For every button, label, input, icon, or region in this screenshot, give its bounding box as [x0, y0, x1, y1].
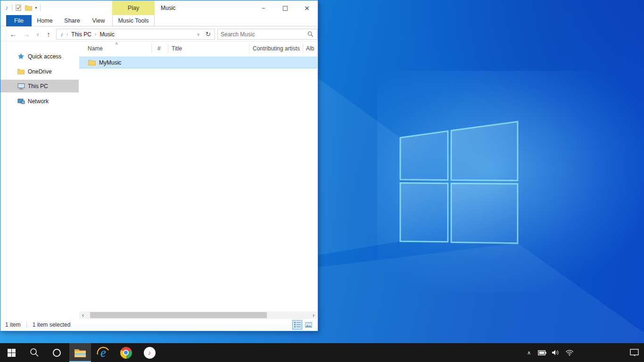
sidebar-item-label: Quick access: [28, 53, 61, 60]
this-pc-monitor-icon: [17, 83, 25, 90]
details-view-button[interactable]: [292, 320, 302, 329]
tab-share[interactable]: Share: [59, 15, 85, 26]
sidebar-item-network[interactable]: Network: [0, 95, 79, 107]
volume-icon[interactable]: [549, 343, 562, 362]
column-divider[interactable]: [151, 43, 152, 53]
quick-access-toolbar: ♪ ▾: [5, 0, 41, 15]
separator: [40, 5, 41, 11]
customize-qat-dropdown-icon[interactable]: ▾: [35, 6, 37, 10]
horizontal-scrollbar[interactable]: ‹ ›: [79, 312, 317, 319]
network-icon: [17, 98, 25, 105]
column-header-title[interactable]: Title: [172, 41, 182, 55]
column-header-contributing-artists[interactable]: Contributing artists: [253, 41, 300, 55]
column-divider[interactable]: [249, 43, 249, 53]
column-divider[interactable]: [168, 43, 168, 53]
battery-icon[interactable]: [536, 343, 549, 362]
start-button[interactable]: [2, 343, 21, 362]
sort-ascending-icon: ∧: [115, 41, 118, 46]
address-bar[interactable]: ♪ › This PC › Music ∨ ↻: [56, 29, 215, 40]
taskbar-file-explorer-icon[interactable]: [69, 343, 91, 362]
window-music-icon: ♪: [5, 5, 8, 11]
navigation-pane: Quick access OneDrive This PC Network: [0, 41, 79, 312]
back-button[interactable]: ←: [7, 27, 19, 41]
tab-file[interactable]: File: [6, 15, 32, 26]
search-icon[interactable]: [304, 31, 317, 37]
ribbon-tab-row: File Home Share View Music Tools ∨ ?: [0, 15, 318, 26]
separator: [26, 321, 27, 328]
tab-home[interactable]: Home: [32, 15, 58, 26]
sidebar-item-quick-access[interactable]: Quick access: [0, 50, 79, 63]
system-tray: ∧: [522, 343, 644, 362]
itunes-icon[interactable]: ♪: [139, 343, 160, 362]
windows-logo: [396, 118, 523, 250]
chrome-logo: [120, 347, 132, 359]
separator: [12, 5, 12, 11]
address-dropdown-icon[interactable]: ∨: [193, 32, 204, 37]
location-music-icon: ♪: [60, 31, 63, 38]
up-button[interactable]: ↑: [43, 27, 54, 41]
internet-explorer-icon[interactable]: e: [93, 343, 114, 362]
tab-music-tools[interactable]: Music Tools: [112, 15, 155, 26]
scroll-right-icon[interactable]: ›: [310, 312, 317, 319]
ie-letter-glyph: e: [100, 346, 106, 359]
sidebar-item-onedrive[interactable]: OneDrive: [0, 65, 79, 78]
quick-access-star-icon: [17, 53, 25, 60]
close-button[interactable]: ×: [296, 0, 318, 15]
sidebar-item-label: Network: [28, 98, 49, 105]
scroll-left-icon[interactable]: ‹: [79, 312, 87, 319]
item-count: 1 item: [5, 321, 21, 328]
chrome-icon[interactable]: [116, 343, 136, 362]
tray-expand-chevron-icon[interactable]: ∧: [522, 343, 536, 362]
itunes-logo: ♪: [144, 347, 156, 359]
breadcrumb-music[interactable]: Music: [99, 31, 114, 38]
sidebar-item-this-pc[interactable]: This PC: [0, 80, 79, 92]
file-explorer-window: ♪ ▾ Play Music – □ × File Home Share Vie…: [0, 0, 318, 331]
column-divider[interactable]: [303, 43, 303, 53]
selection-count: 1 item selected: [33, 321, 71, 328]
action-center-icon[interactable]: [624, 343, 644, 362]
properties-icon[interactable]: [16, 4, 22, 11]
sidebar-item-label: OneDrive: [28, 68, 52, 75]
recent-locations-dropdown-icon[interactable]: ∨: [33, 27, 42, 41]
folder-icon: [88, 59, 96, 66]
column-headers: ∧ Name # Title Contributing artists Alb: [79, 41, 317, 55]
breadcrumb-this-pc[interactable]: This PC: [71, 31, 91, 38]
search-box[interactable]: [217, 29, 318, 40]
tab-play[interactable]: Play: [112, 0, 155, 15]
taskbar: e ♪ ∧: [0, 343, 644, 362]
window-title: Music: [161, 0, 175, 15]
tab-view[interactable]: View: [86, 15, 111, 26]
taskbar-search-icon[interactable]: [25, 343, 44, 362]
file-list: ∧ Name # Title Contributing artists Alb …: [79, 41, 317, 312]
forward-button[interactable]: →: [20, 27, 33, 41]
scrollbar-thumb[interactable]: [90, 312, 267, 318]
new-folder-icon[interactable]: [25, 5, 32, 11]
sidebar-item-label: This PC: [28, 83, 48, 90]
title-bar[interactable]: ♪ ▾ Play Music – □ ×: [0, 0, 318, 15]
maximize-button[interactable]: □: [274, 0, 296, 15]
column-header-track[interactable]: #: [157, 41, 161, 55]
cortana-icon[interactable]: [47, 343, 66, 362]
search-input[interactable]: [218, 31, 304, 38]
refresh-icon[interactable]: ↻: [204, 31, 215, 38]
onedrive-folder-icon: [17, 68, 25, 74]
column-header-name[interactable]: Name: [88, 41, 103, 55]
minimize-button[interactable]: –: [253, 0, 274, 15]
network-wifi-icon[interactable]: [562, 343, 577, 362]
file-row-mymusic[interactable]: MyMusic: [79, 57, 317, 68]
column-header-album[interactable]: Alb: [306, 41, 314, 55]
large-icons-view-button[interactable]: [304, 320, 314, 329]
window-controls: – □ ×: [253, 0, 318, 15]
navigation-bar: ← → ∨ ↑ ♪ › This PC › Music ∨ ↻: [0, 27, 318, 41]
breadcrumb-chevron-icon[interactable]: ›: [66, 32, 68, 37]
breadcrumb-chevron-icon[interactable]: ›: [95, 32, 96, 37]
status-bar: 1 item 1 item selected: [0, 319, 317, 330]
file-name: MyMusic: [99, 59, 121, 66]
